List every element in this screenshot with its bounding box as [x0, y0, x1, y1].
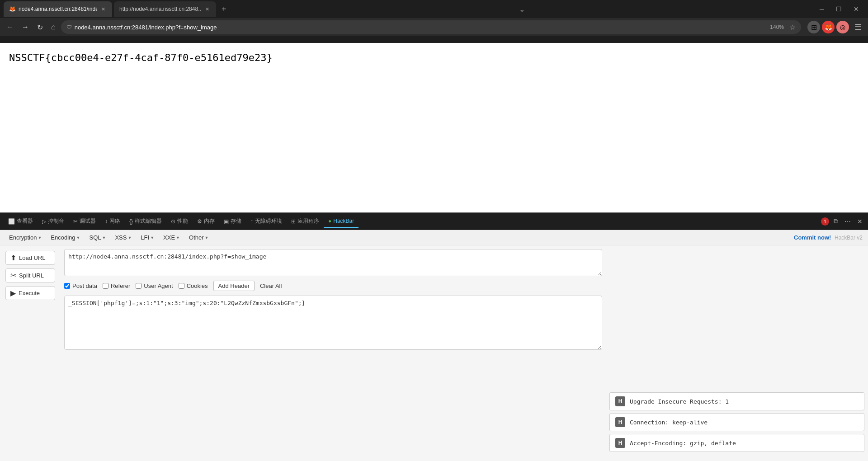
sql-label: SQL — [89, 234, 101, 241]
split-url-label: Split URL — [19, 272, 44, 279]
sql-menu[interactable]: SQL ▼ — [85, 233, 109, 242]
header-badge-1: H — [615, 396, 625, 406]
url-bar-container: 🛡 140% ☆ — [61, 20, 801, 34]
browser-extensions: ⊞ 🦊 ◎ — [807, 21, 849, 33]
bookmark-button[interactable]: ☆ — [789, 23, 796, 32]
load-url-label: Load URL — [19, 254, 46, 261]
execute-button[interactable]: ▶ Execute — [5, 286, 55, 300]
shield-icon: 🛡 — [66, 24, 72, 30]
devtools-close-button[interactable]: ✕ — [855, 216, 864, 227]
add-header-button[interactable]: Add Header — [213, 281, 255, 291]
perf-icon: ⊙ — [171, 218, 175, 225]
hackbar-main: ⬆ Load URL ✂ Split URL ▶ Execute — [0, 245, 868, 461]
devtools-tab-memory[interactable]: ⚙ 内存 — [193, 215, 219, 228]
xss-menu[interactable]: XSS ▼ — [111, 233, 135, 242]
devtools-tab-application[interactable]: ⊞ 应用程序 — [287, 215, 324, 228]
clear-all-button[interactable]: Clear All — [260, 282, 282, 289]
minimize-button[interactable]: ─ — [814, 4, 830, 14]
commit-now-button[interactable]: Commit now! HackBar v2 — [794, 234, 863, 241]
devtools-tab-accessibility[interactable]: ↑ 无障碍环境 — [246, 215, 287, 228]
firefox-menu-button[interactable]: ☰ — [852, 20, 864, 34]
header-row-3: H Accept-Encoding: gzip, deflate — [609, 434, 864, 452]
url-input[interactable] — [64, 249, 602, 276]
browser-chrome: 🦊 node4.anna.nssctf.cn:28481/inde... ✕ h… — [0, 0, 868, 43]
xxe-label: XXE — [163, 234, 175, 241]
post-data-checkbox[interactable] — [64, 283, 70, 289]
tab-inactive[interactable]: http://node4.anna.nssctf.cn:2848... ✕ — [114, 1, 216, 17]
devtools-tab-network[interactable]: ↕ 网络 — [100, 215, 125, 228]
tab-close-button-2[interactable]: ✕ — [203, 5, 211, 13]
devtools-right-controls: 1 ⧉ ⋯ ✕ — [821, 216, 864, 227]
tab-label: node4.anna.nssctf.cn:28481/inde... — [19, 6, 97, 12]
storage-icon: ▣ — [224, 218, 229, 225]
hackbar-headers: H Upgrade-Insecure-Requests: 1 H Connect… — [606, 245, 868, 461]
debugger-icon: ✂ — [73, 218, 78, 225]
devtools-more-button[interactable]: ⋯ — [843, 216, 853, 227]
devtools-tab-inspector[interactable]: ⬜ 查看器 — [4, 215, 38, 228]
reload-button[interactable]: ↻ — [34, 21, 46, 33]
referer-checkbox-label[interactable]: Referer — [103, 282, 130, 289]
nav-bar: ← → ↻ ⌂ 🛡 140% ☆ ⊞ 🦊 ◎ ☰ — [0, 18, 868, 36]
cookies-checkbox-label[interactable]: Cookies — [179, 282, 208, 289]
devtools-tab-debugger[interactable]: ✂ 调试器 — [69, 215, 100, 228]
home-button[interactable]: ⌂ — [48, 21, 58, 33]
back-button[interactable]: ← — [4, 21, 16, 33]
sql-arrow: ▼ — [102, 235, 106, 240]
devtools-tab-performance[interactable]: ⊙ 性能 — [166, 215, 193, 228]
devtools-tab-console[interactable]: ▷ 控制台 — [38, 215, 69, 228]
inspector-label: 查看器 — [17, 217, 33, 225]
lfi-menu[interactable]: LFI ▼ — [137, 233, 158, 242]
user-agent-checkbox-label[interactable]: User Agent — [136, 282, 173, 289]
header-badge-3: H — [615, 438, 625, 448]
accessibility-icon: ↑ — [250, 218, 253, 225]
forward-button[interactable]: → — [19, 21, 32, 33]
extension-button-1[interactable]: ⊞ — [807, 21, 820, 33]
encryption-menu[interactable]: Encryption ▼ — [5, 233, 45, 242]
network-icon: ↕ — [105, 218, 108, 225]
post-data-checkbox-label[interactable]: Post data — [64, 282, 97, 289]
load-url-button[interactable]: ⬆ Load URL — [5, 251, 55, 265]
other-menu[interactable]: Other ▼ — [185, 233, 212, 242]
encryption-label: Encryption — [9, 234, 37, 241]
devtools-tab-hackbar[interactable]: ● HackBar — [324, 215, 359, 228]
tab-overflow-button[interactable]: ⌄ — [515, 3, 528, 15]
split-url-button[interactable]: ✂ Split URL — [5, 268, 55, 282]
xxe-menu[interactable]: XXE ▼ — [160, 233, 184, 242]
devtools-dock-button[interactable]: ⧉ — [832, 216, 840, 227]
execute-label: Execute — [19, 290, 40, 296]
header-value-1: Upgrade-Insecure-Requests: 1 — [630, 398, 729, 405]
extension-button-2[interactable]: 🦊 — [822, 21, 835, 33]
devtools-tab-storage[interactable]: ▣ 存储 — [219, 215, 246, 228]
split-url-icon: ✂ — [10, 271, 16, 280]
console-label: 控制台 — [48, 217, 64, 225]
xxe-arrow: ▼ — [176, 235, 180, 240]
header-value-2: Connection: keep-alive — [630, 419, 708, 426]
post-data-label: Post data — [72, 282, 97, 289]
close-button[interactable]: ✕ — [848, 4, 864, 14]
page-content: NSSCTF{cbcc00e4-e27f-4caf-87f0-e5161ed79… — [0, 43, 868, 212]
tab-active[interactable]: 🦊 node4.anna.nssctf.cn:28481/inde... ✕ — [4, 1, 112, 17]
post-data-input[interactable] — [64, 296, 602, 350]
extension-button-3[interactable]: ◎ — [836, 21, 849, 33]
hackbar-center: Post data Referer User Agent Cookies A — [61, 245, 606, 461]
devtools-tab-style[interactable]: {} 样式编辑器 — [125, 215, 166, 228]
hackbar-version: HackBar v2 — [835, 235, 863, 241]
flag-text: NSSCTF{cbcc00e4-e27f-4caf-87f0-e5161ed79… — [9, 52, 273, 63]
user-agent-label: User Agent — [144, 282, 173, 289]
error-badge: 1 — [821, 217, 829, 226]
cookies-label: Cookies — [187, 282, 208, 289]
zoom-level: 140% — [767, 23, 787, 31]
referer-checkbox[interactable] — [103, 283, 108, 289]
storage-label: 存储 — [231, 217, 241, 225]
accessibility-label: 无障碍环境 — [255, 217, 282, 225]
memory-icon: ⚙ — [197, 218, 202, 225]
maximize-button[interactable]: ☐ — [830, 4, 847, 14]
url-bar[interactable] — [75, 24, 765, 31]
encoding-menu[interactable]: Encoding ▼ — [47, 233, 84, 242]
cookies-checkbox[interactable] — [179, 283, 184, 289]
other-arrow: ▼ — [205, 235, 209, 240]
new-tab-button[interactable]: + — [218, 3, 230, 16]
hackbar-menubar: Encryption ▼ Encoding ▼ SQL ▼ XSS ▼ LFI … — [0, 230, 868, 245]
tab-close-button[interactable]: ✕ — [100, 5, 107, 13]
user-agent-checkbox[interactable] — [136, 283, 142, 289]
